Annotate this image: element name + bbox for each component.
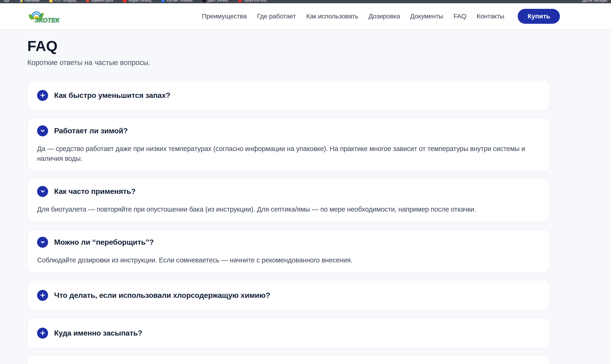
faq-question-toggle[interactable]: Почему лучше обычной бытовой химии? [37,356,540,364]
faq-card: Работает ли зимой? Да — средство работае… [27,118,550,171]
faq-list: Как быстро уменьшится запах? Работает ли… [27,80,550,364]
nav-item-documents[interactable]: Документы [410,13,443,20]
bookmark-item[interactable]: Администрати [86,0,113,2]
plus-icon [37,90,48,101]
bookmark-label: Кампании [25,0,40,2]
bookmark-label: нда [4,0,9,2]
faq-question-toggle[interactable]: Как часто применять? [37,179,540,204]
faq-question-toggle[interactable]: Как быстро уменьшится запах? [37,80,540,110]
calendar-icon [123,0,126,2]
bookmark-item[interactable]: Яндекс Календ [123,0,151,2]
nav-item-how-to-use[interactable]: Как использовать [306,13,358,20]
bookmark-label: ДВБТ (Ребен) [208,0,228,2]
yandex-direct-icon [19,0,23,2]
timeweb-icon [161,0,165,2]
other-bookmarks-button[interactable]: Другие закладки [582,0,607,2]
bookmark-label: Toyota Kno Rus [244,0,267,2]
faq-answer: Соблюдайте дозировки из инструкции. Если… [37,255,540,273]
bookmark-item[interactable]: Кампании [19,0,40,2]
chevron-down-icon [37,186,48,197]
faq-section: FAQ Короткие ответы на частые вопросы. К… [0,30,611,364]
faq-card: Почему лучше обычной бытовой химии? [27,355,550,364]
logo-text: ЭКОТЕК [35,17,60,24]
bookmark-label: Яндекс Календ [128,0,151,2]
folder-icon [49,0,53,2]
nav-item-dosage[interactable]: Дозировка [368,13,400,20]
faq-card: Куда именно засыпать? [27,318,550,348]
page-subtitle: Короткие ответы на частые вопросы. [27,58,550,67]
site-header: ЭКОТЕК Преимущества Где работает Как исп… [0,3,611,30]
bookmark-label: Хостинг Timeweb [167,0,192,2]
bookmark-item[interactable]: Хостинг Timeweb [161,0,192,2]
faq-question-toggle[interactable]: Куда именно засыпать? [37,318,540,348]
faq-question: Как часто применять? [54,187,136,196]
nav-item-contacts[interactable]: Контакты [477,13,504,20]
bookmark-item[interactable]: Toyota Kno Rus [238,0,267,2]
plus-icon [37,290,48,301]
other-bookmarks-label: Другие закладки [582,0,607,2]
plus-icon [37,328,48,338]
faq-answer: Да — средство работает даже при низких т… [37,143,540,171]
faq-question-toggle[interactable]: Работает ли зимой? [37,118,540,143]
faq-card: Как часто применять? Для биотуалета — по… [27,178,550,222]
main-nav: Преимущества Где работает Как использова… [202,13,504,20]
faq-question-toggle[interactable]: Что делать, если использовали хлорсодерж… [37,280,540,310]
nav-item-advantages[interactable]: Преимущества [202,13,247,20]
bookmark-label: Р13 - Владыщ [54,0,76,2]
faq-question-toggle[interactable]: Можно ли “переборщить”? [37,230,540,255]
ecotek-logo[interactable]: ЭКОТЕК [27,8,62,25]
chevron-down-icon [37,125,48,136]
red-square-icon [238,0,242,2]
faq-card: Что делать, если использовали хлорсодерж… [27,280,550,311]
bookmark-fragment[interactable]: нда [4,0,9,2]
buy-button[interactable]: Купить [518,9,560,24]
browser-bookmarks-bar: нда Кампании Р13 - Владыщ Администрати Я… [0,0,611,3]
faq-question: Как быстро уменьшится запах? [54,91,170,100]
red-badge-icon [86,0,89,2]
chevron-down-icon [37,237,48,248]
faq-question: Что делать, если использовали хлорсодерж… [54,291,270,300]
faq-card: Как быстро уменьшится запах? [27,80,550,111]
bookmark-label: Администрати [91,0,113,2]
faq-question: Работает ли зимой? [54,127,128,135]
faq-card: Можно ли “переборщить”? Соблюдайте дозир… [27,229,550,273]
nav-item-where-it-works[interactable]: Где работает [257,13,296,20]
black-square-icon [202,0,206,2]
bookmark-item[interactable]: Р13 - Владыщ [49,0,76,2]
faq-question: Куда именно засыпать? [54,329,142,338]
nav-item-faq[interactable]: FAQ [454,13,466,20]
faq-answer: Для биотуалета — повторяйте при опустоше… [37,204,540,222]
page-title: FAQ [27,39,550,53]
bookmark-item[interactable]: ДВБТ (Ребен) [202,0,228,2]
faq-question: Можно ли “переборщить”? [54,238,154,247]
